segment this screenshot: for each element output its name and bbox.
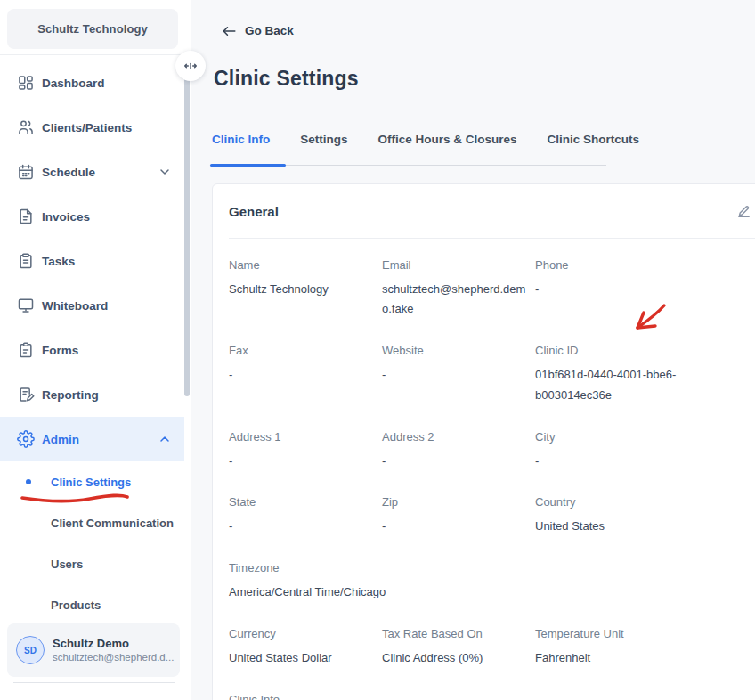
sidebar-subitem-label: Client Communication	[51, 517, 174, 530]
sidebar-footer-divider	[13, 682, 175, 683]
whiteboard-icon	[17, 297, 35, 314]
field-address-2: Address 2 -	[382, 430, 535, 472]
sidebar-item-forms[interactable]: Forms	[0, 328, 184, 372]
field-value: -	[535, 280, 692, 300]
user-name: Schultz Demo	[53, 636, 171, 651]
field-value: -	[382, 365, 530, 386]
sidebar-item-reporting[interactable]: Reporting	[0, 372, 184, 417]
tab-clinic-shortcuts[interactable]: Clinic Shortcuts	[548, 133, 640, 165]
field-value: United States	[535, 517, 692, 537]
edit-general-button[interactable]	[736, 204, 751, 219]
avatar-initials: SD	[24, 646, 37, 655]
main-content: Go Back Clinic Settings Clinic Info Sett…	[191, 0, 755, 700]
sidebar-item-label: Invoices	[42, 210, 90, 224]
sidebar-subitem-label: Clinic Settings	[51, 476, 131, 489]
sidebar-subitem-products[interactable]: Products	[0, 584, 184, 625]
chevron-up-icon[interactable]	[158, 432, 172, 446]
field-fax: Fax -	[229, 344, 382, 406]
field-row: Timezone America/Central Time/Chicago	[229, 561, 751, 603]
general-card-header: General	[229, 184, 755, 239]
invoices-icon	[17, 208, 35, 225]
field-label: Timezone	[229, 561, 746, 574]
field-website: Website -	[382, 344, 535, 406]
tab-settings[interactable]: Settings	[300, 133, 347, 165]
forms-icon	[17, 341, 35, 359]
sidebar-item-invoices[interactable]: Invoices	[0, 194, 184, 239]
sidebar-item-label: Dashboard	[42, 77, 105, 90]
sidebar-item-label: Admin	[42, 433, 79, 446]
field-value: -	[229, 365, 377, 386]
sidebar-header: Schultz Technology	[0, 0, 184, 55]
field-label: Website	[382, 344, 530, 357]
tab-clinic-info[interactable]: Clinic Info	[212, 133, 270, 165]
sidebar-item-tasks[interactable]: Tasks	[0, 239, 184, 283]
field-label: Fax	[229, 344, 377, 357]
field-row: Name Schultz Technology Email schultztec…	[229, 258, 751, 321]
field-value: Schultz Technology	[229, 280, 377, 300]
field-value: schultztech@shepherd.demo.fake	[382, 280, 530, 321]
field-address-1: Address 1 -	[229, 430, 382, 472]
user-meta: Schultz Demo schultztech@shepherd.d...	[53, 636, 171, 664]
field-value: -	[535, 452, 692, 472]
field-clinic-id: Clinic ID 01bf681d-0440-4001-bbe6-b00301…	[535, 344, 751, 406]
sidebar-item-dashboard[interactable]: Dashboard	[0, 61, 184, 105]
sidebar-item-admin[interactable]: Admin	[0, 417, 184, 461]
clients-patients-icon	[17, 118, 35, 136]
field-city: City -	[535, 430, 751, 472]
field-label: Address 2	[382, 430, 530, 444]
user-profile-card[interactable]: SD Schultz Demo schultztech@shepherd.d..…	[7, 623, 180, 677]
sidebar-collapse-handle[interactable]	[175, 51, 206, 81]
sidebar-item-label: Schedule	[42, 166, 95, 179]
field-temperature-unit: Temperature Unit Fahrenheit	[535, 627, 751, 669]
user-email: schultztech@shepherd.d...	[53, 651, 171, 664]
tab-office-hours-closures[interactable]: Office Hours & Closures	[378, 133, 517, 165]
tasks-icon	[17, 252, 35, 270]
field-label: Email	[382, 258, 530, 272]
field-label: Phone	[535, 258, 746, 272]
field-row: Clinic Info -	[229, 693, 751, 700]
dashboard-icon	[17, 74, 35, 92]
field-email: Email schultztech@shepherd.demo.fake	[382, 258, 535, 321]
sidebar-item-clients-patients[interactable]: Clients/Patients	[0, 105, 184, 150]
sidebar-subitem-label: Products	[51, 598, 101, 612]
field-value: -	[382, 452, 530, 472]
field-label: Zip	[382, 495, 530, 509]
chevron-down-icon[interactable]	[158, 165, 172, 179]
field-label: Country	[535, 495, 746, 509]
admin-submenu: Clinic Settings Client Communication Use…	[0, 461, 184, 625]
field-value: -	[382, 517, 530, 537]
page-title: Clinic Settings	[214, 67, 755, 91]
go-back-button[interactable]: Go Back	[222, 24, 294, 37]
sidebar-subitem-client-communication[interactable]: Client Communication	[0, 502, 184, 543]
field-label: Clinic Info	[229, 693, 746, 700]
field-country: Country United States	[535, 495, 751, 537]
field-value: United States Dollar	[229, 648, 377, 669]
field-row: Currency United States Dollar Tax Rate B…	[229, 627, 751, 669]
back-arrow-icon	[222, 25, 237, 37]
field-label: Currency	[229, 627, 377, 640]
field-row: Address 1 - Address 2 - City -	[229, 430, 751, 472]
clinic-logo[interactable]: Schultz Technology	[7, 9, 178, 49]
sidebar-subitem-label: Users	[51, 558, 83, 571]
field-label: Temperature Unit	[535, 627, 746, 640]
field-value: Fahrenheit	[535, 648, 692, 669]
sidebar-scrollbar-thumb[interactable]	[184, 76, 190, 396]
active-bullet-icon	[26, 479, 31, 484]
field-label: Clinic ID	[535, 344, 746, 357]
field-currency: Currency United States Dollar	[229, 627, 382, 669]
field-name: Name Schultz Technology	[229, 258, 382, 321]
field-zip: Zip -	[382, 495, 535, 537]
field-value: Clinic Address (0%)	[382, 648, 530, 669]
tab-bar: Clinic Info Settings Office Hours & Clos…	[212, 133, 606, 166]
field-row: State - Zip - Country United States	[229, 495, 751, 537]
field-value: America/Central Time/Chicago	[229, 582, 746, 603]
sidebar-subitem-clinic-settings[interactable]: Clinic Settings	[0, 461, 184, 502]
sidebar-subitem-users[interactable]: Users	[0, 543, 184, 584]
edit-pencil-icon	[736, 204, 751, 219]
field-label: City	[535, 430, 746, 444]
reporting-icon	[17, 386, 35, 403]
field-label: Address 1	[229, 430, 377, 444]
sidebar-item-whiteboard[interactable]: Whiteboard	[0, 283, 184, 328]
general-card: General Name Schultz Technology Email sc…	[212, 183, 755, 700]
sidebar-item-schedule[interactable]: Schedule	[0, 150, 184, 194]
